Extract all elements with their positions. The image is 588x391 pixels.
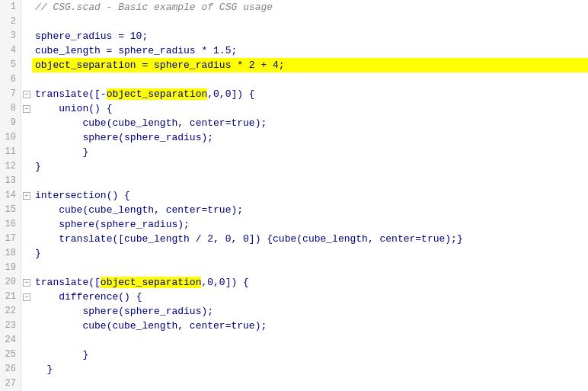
line-content: cube(cube_length, center=true); [32,116,588,130]
line-number: 8 [0,101,21,116]
fold-gutter [21,72,32,87]
fold-gutter [21,29,32,43]
line-content: difference() { [32,290,588,304]
fold-gutter [21,43,32,58]
code-token: (cube_length, center=true); [82,204,243,216]
fold-icon[interactable]: − [23,105,30,113]
line-content: } [32,348,588,362]
fold-gutter [21,217,32,232]
line-content: sphere(sphere_radius); [32,304,588,319]
line-number: 20 [0,275,21,290]
line-number: 25 [0,348,21,362]
line-content: sphere_radius = 10; [32,29,588,43]
code-token: ,0,0]) { [201,277,248,288]
fold-gutter [21,333,32,348]
code-token: (sphere_radius); [118,306,213,317]
line-content [32,72,588,87]
line-content: cube_length = sphere_radius * 1.5; [32,43,588,58]
code-token: (cube_length, center=true); [107,117,267,129]
code-line: 8− union() { [0,101,588,116]
code-token: () { [107,190,130,201]
code-token: ([cube_length / 2, 0, 0]) {cube(cube_len… [112,233,462,245]
indent-token [35,117,82,129]
fold-gutter [21,348,32,362]
code-token: object_separation = sphere_radius * 2 + … [35,59,285,71]
code-token: ([ [88,277,101,288]
code-line: 10 sphere(sphere_radius); [0,130,588,145]
line-content: // CSG.scad - Basic example of CSG usage [32,0,588,14]
fold-gutter [21,145,32,159]
line-content: } [32,246,588,261]
indent-token [35,219,59,230]
function-token: sphere [82,132,118,143]
indent-token [35,132,82,143]
function-token: intersection [35,190,107,201]
highlighted-word: object_separation [101,277,202,288]
line-number: 16 [0,217,21,232]
line-number: 21 [0,290,21,304]
line-content: translate([object_separation,0,0]) { [32,275,588,290]
code-line: 24 [0,333,588,348]
line-content: cube(cube_length, center=true); [32,203,588,217]
line-number: 6 [0,72,21,87]
line-number: 26 [0,362,21,377]
line-content: intersection() { [32,188,588,203]
fold-gutter [21,174,32,188]
code-token: (sphere_radius); [118,132,213,143]
code-token: } [35,364,53,375]
fold-gutter [21,232,32,246]
fold-gutter [21,203,32,217]
line-content: sphere(sphere_radius); [32,130,588,145]
fold-gutter [21,246,32,261]
line-number: 19 [0,261,21,275]
code-line: 20−translate([object_separation,0,0]) { [0,275,588,290]
line-content: cube(cube_length, center=true); [32,319,588,333]
indent-token [35,233,59,245]
code-token: } [35,161,41,172]
comment-token: // CSG.scad - Basic example of CSG usage [35,2,273,13]
code-token: () { [118,291,142,303]
fold-icon[interactable]: − [23,91,30,98]
code-line: 14−intersection() { [0,188,588,203]
function-token: sphere [82,306,118,317]
fold-gutter[interactable]: − [21,101,32,116]
fold-gutter[interactable]: − [21,290,32,304]
indent-token [35,146,82,158]
fold-gutter [21,0,32,14]
code-token: () { [88,103,112,114]
fold-icon[interactable]: − [23,293,30,301]
line-content: } [32,362,588,377]
code-token: (sphere_radius); [94,219,190,230]
line-number: 15 [0,203,21,217]
fold-gutter[interactable]: − [21,188,32,203]
code-line: 9 cube(cube_length, center=true); [0,116,588,130]
function-token: translate [35,277,88,288]
function-token: cube [82,320,106,332]
line-number: 13 [0,174,21,188]
code-line: 27 [0,377,588,391]
fold-icon[interactable]: − [23,192,30,200]
line-number: 1 [0,0,21,14]
line-number: 17 [0,232,21,246]
fold-gutter[interactable]: − [21,275,32,290]
line-content [32,261,588,275]
code-token: sphere_radius = 10; [35,30,148,42]
function-token: sphere [59,219,94,230]
fold-gutter [21,304,32,319]
line-content: } [32,145,588,159]
fold-icon[interactable]: − [23,279,30,287]
fold-gutter [21,14,32,29]
line-number: 5 [0,58,21,72]
line-content: union() { [32,101,588,116]
code-line: 18} [0,246,588,261]
line-number: 9 [0,116,21,130]
line-content [32,333,588,348]
code-line: 25 } [0,348,588,362]
indent-token [35,291,59,303]
line-content: object_separation = sphere_radius * 2 + … [32,58,588,72]
code-token: ,0,0]) { [207,88,254,100]
fold-gutter[interactable]: − [21,87,32,101]
line-number: 4 [0,43,21,58]
indent-token [35,349,82,361]
code-line: 15 cube(cube_length, center=true); [0,203,588,217]
